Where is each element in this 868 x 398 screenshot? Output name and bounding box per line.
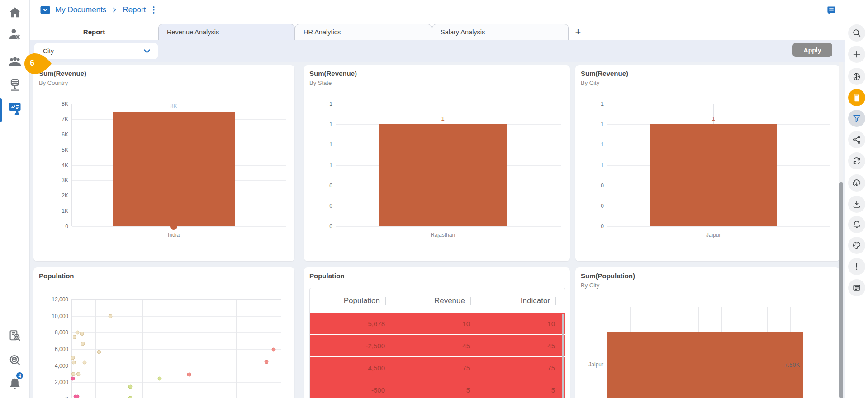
bar-Jaipur[interactable] xyxy=(650,124,777,226)
y-axis-tick-line xyxy=(803,365,836,365)
home-icon[interactable] xyxy=(8,5,22,20)
add-icon[interactable] xyxy=(848,46,865,63)
table-row[interactable]: 4,5007575 xyxy=(310,357,565,379)
scatter-point[interactable] xyxy=(81,342,85,346)
y-tick-label: 1 xyxy=(582,162,604,169)
scatter-point[interactable] xyxy=(158,377,162,381)
scatter-point[interactable] xyxy=(71,376,75,380)
bar-Rajasthan[interactable] xyxy=(379,124,507,226)
tab-hr-analytics[interactable]: HR Analytics xyxy=(295,24,432,40)
kebab-menu-icon[interactable] xyxy=(150,6,157,14)
theme-palette-icon[interactable] xyxy=(848,237,865,254)
ai-insights-icon[interactable] xyxy=(848,68,865,85)
gridline xyxy=(260,300,260,398)
bar-India[interactable] xyxy=(113,112,235,226)
comments-icon[interactable] xyxy=(826,5,837,16)
y-tick-label: 8K xyxy=(47,101,68,107)
apply-button[interactable]: Apply xyxy=(792,43,832,57)
scatter-point[interactable] xyxy=(109,314,113,318)
tab-revenue-analysis[interactable]: Revenue Analysis xyxy=(158,24,295,40)
table-row[interactable]: -2,5004545 xyxy=(310,335,565,356)
y-tick-label: 0 xyxy=(582,223,604,229)
table-cell: 75 xyxy=(480,364,565,372)
y-tick-label: 1 xyxy=(582,101,604,107)
table-row[interactable]: -50055 xyxy=(310,379,565,398)
top-bar: My Documents Report xyxy=(0,0,868,21)
share-icon[interactable] xyxy=(848,131,865,148)
table-cell: -2,500 xyxy=(310,342,395,350)
active-item-indicator xyxy=(0,98,2,122)
scatter-point[interactable] xyxy=(128,396,133,398)
table-header: PopulationRevenueIndicator xyxy=(310,288,565,313)
scatter-point[interactable] xyxy=(76,394,80,398)
table-cell: 10 xyxy=(480,320,565,328)
chevron-right-icon xyxy=(111,6,118,14)
bar-value-label: 1 xyxy=(650,115,777,122)
y-tick-label: 1 xyxy=(311,121,332,127)
cloud-download-icon[interactable] xyxy=(848,174,865,192)
chevron-down-icon xyxy=(142,46,152,56)
scatter-point[interactable] xyxy=(76,372,80,376)
gridline xyxy=(72,226,286,227)
folder-icon[interactable] xyxy=(40,5,51,15)
column-header-revenue[interactable]: Revenue xyxy=(395,296,480,305)
table-row[interactable]: 5,6781010 xyxy=(310,313,565,334)
report-name-label[interactable]: Report xyxy=(30,24,158,40)
add-tab-button[interactable]: + xyxy=(572,26,584,38)
bar-notch xyxy=(170,226,177,230)
download-icon[interactable] xyxy=(848,196,865,213)
y-tick-label: 8,000 xyxy=(47,329,68,336)
data-sources-icon[interactable] xyxy=(8,78,22,92)
table-scrollbar-thumb[interactable] xyxy=(562,314,564,398)
table-cell: 5 xyxy=(395,386,480,394)
y-tick-label: 1 xyxy=(582,141,604,148)
bar-chart-state: 11110001Rajasthan xyxy=(336,104,561,226)
breadcrumb-report[interactable]: Report xyxy=(123,5,146,14)
chart-title: Population xyxy=(39,272,74,280)
bar-value-label: 1 xyxy=(379,115,507,122)
card-population-scatter: Population 12,00010,0008,0006,0004,0002,… xyxy=(33,267,294,398)
scatter-point[interactable] xyxy=(128,384,133,389)
scatter-point[interactable] xyxy=(82,361,86,365)
document-search-icon[interactable] xyxy=(8,329,22,343)
scatter-point[interactable] xyxy=(72,335,76,339)
y-tick-label: 0 xyxy=(311,183,332,189)
y-tick-label: 5K xyxy=(47,147,68,153)
column-header-population[interactable]: Population xyxy=(310,296,395,305)
user-groups-icon[interactable] xyxy=(8,54,22,69)
city-filter-dropdown[interactable]: City xyxy=(34,43,158,59)
scatter-point[interactable] xyxy=(97,350,101,354)
scrollbar-thumb[interactable] xyxy=(839,182,843,398)
notes-icon[interactable] xyxy=(848,279,865,296)
search-icon[interactable] xyxy=(848,24,865,42)
scatter-point[interactable] xyxy=(264,360,268,364)
important-icon[interactable] xyxy=(848,258,865,275)
y-tick-label: 6,000 xyxy=(47,346,68,352)
dashboards-icon[interactable] xyxy=(8,101,22,116)
y-tick-label: 0 xyxy=(582,203,604,209)
gridline xyxy=(72,332,281,333)
scatter-point[interactable] xyxy=(71,356,75,360)
card-revenue-by-city: Sum(Revenue) By City 11110001Jaipur xyxy=(575,65,840,261)
selection-count-value: 6 xyxy=(30,58,34,68)
hbar-chart-population: 7.50KJaipur xyxy=(607,307,836,398)
scatter-point[interactable] xyxy=(75,331,79,335)
alerts-bell-icon[interactable] xyxy=(848,216,865,233)
scatter-point[interactable] xyxy=(271,347,275,351)
filter-icon[interactable] xyxy=(848,110,865,127)
selection-count-tag[interactable]: 6 xyxy=(24,53,52,74)
tab-salary-analysis[interactable]: Salary Analysis xyxy=(432,24,569,40)
scatter-point[interactable] xyxy=(80,332,84,336)
scatter-point[interactable] xyxy=(71,361,76,365)
data-search-icon[interactable] xyxy=(8,353,22,368)
gridline xyxy=(72,349,281,350)
user-settings-icon[interactable] xyxy=(8,27,22,42)
column-header-indicator[interactable]: Indicator xyxy=(480,296,565,305)
breadcrumb-my-documents[interactable]: My Documents xyxy=(55,5,106,14)
scatter-point[interactable] xyxy=(187,372,191,376)
gridline xyxy=(213,300,213,398)
refresh-icon[interactable] xyxy=(848,152,865,169)
scatter-point[interactable] xyxy=(71,372,75,376)
y-tick-label: 2K xyxy=(47,192,68,199)
storage-card-icon[interactable] xyxy=(848,89,865,106)
